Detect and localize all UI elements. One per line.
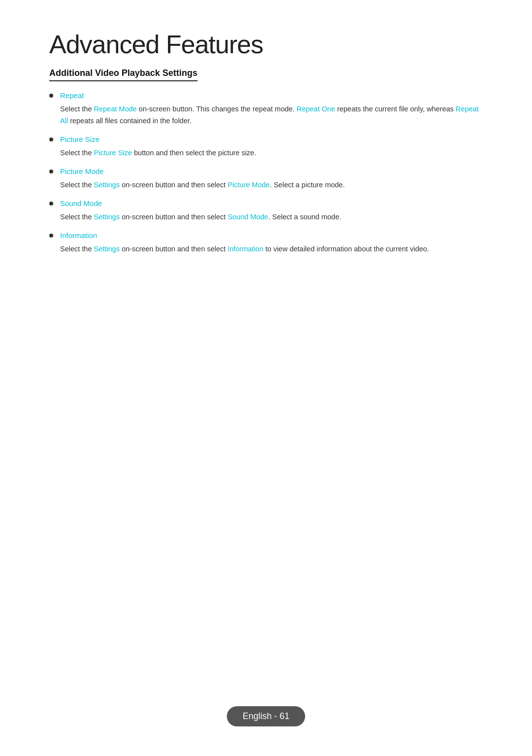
bullet-description: Select the Settings on-screen button and… — [60, 243, 483, 255]
bullet-label: Repeat — [60, 91, 84, 100]
bullet-list: RepeatSelect the Repeat Mode on-screen b… — [49, 91, 483, 255]
section-heading: Additional Video Playback Settings — [49, 68, 198, 81]
bullet-label: Information — [60, 231, 97, 240]
bullet-description: Select the Picture Size button and then … — [60, 147, 483, 159]
bullet-dot — [49, 170, 53, 173]
list-item: RepeatSelect the Repeat Mode on-screen b… — [49, 91, 483, 127]
bullet-dot — [49, 94, 53, 98]
bullet-description: Select the Settings on-screen button and… — [60, 179, 483, 191]
bullet-dot — [49, 202, 53, 206]
list-item: Sound ModeSelect the Settings on-screen … — [49, 199, 483, 223]
list-item: Picture SizeSelect the Picture Size butt… — [49, 135, 483, 159]
bullet-dot — [49, 234, 53, 238]
page-title: Advanced Features — [49, 30, 483, 59]
page-content: Advanced Features Additional Video Playb… — [0, 0, 532, 312]
page-footer: English - 61 — [227, 706, 305, 726]
bullet-dot — [49, 137, 53, 141]
bullet-description: Select the Repeat Mode on-screen button.… — [60, 103, 483, 127]
bullet-label: Sound Mode — [60, 199, 102, 207]
bullet-label: Picture Mode — [60, 167, 103, 175]
bullet-description: Select the Settings on-screen button and… — [60, 211, 483, 223]
bullet-label: Picture Size — [60, 135, 100, 143]
list-item: InformationSelect the Settings on-screen… — [49, 231, 483, 255]
list-item: Picture ModeSelect the Settings on-scree… — [49, 167, 483, 191]
